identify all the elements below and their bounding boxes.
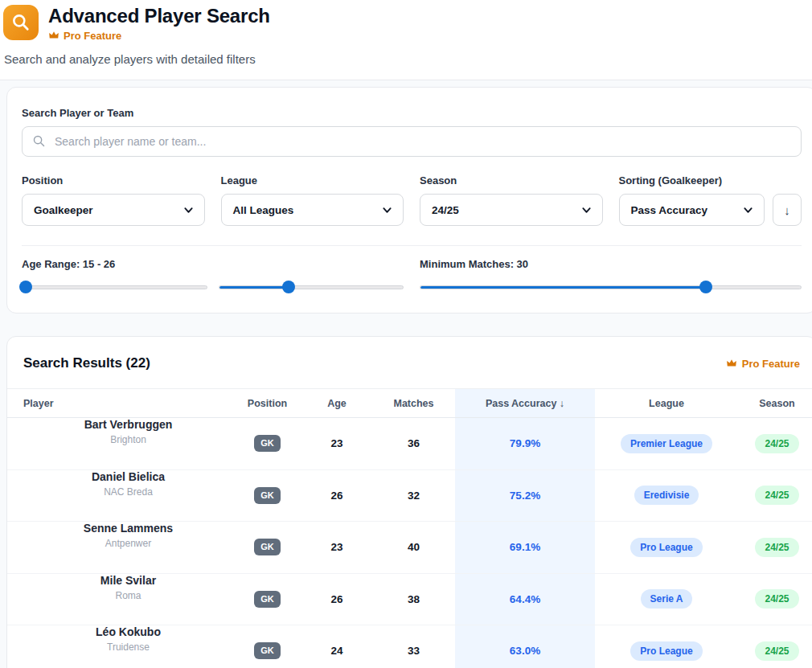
player-team: Roma (115, 590, 141, 601)
player-name: Léo Kokubo (96, 625, 161, 638)
pass-accuracy-value: 64.4% (510, 593, 540, 605)
table-row[interactable]: Senne Lammens Antpenwer GK 23 40 69.1% P… (7, 522, 812, 574)
season-badge: 24/25 (755, 434, 798, 453)
age-value: 23 (330, 437, 342, 449)
league-badge: Serie A (641, 589, 693, 609)
position-badge: GK (254, 591, 281, 608)
season-badge: 24/25 (755, 589, 798, 609)
player-name: Bart Verbruggen (84, 418, 173, 431)
sort-direction-button[interactable]: ↓ (773, 194, 802, 226)
age-max-slider-thumb[interactable] (282, 281, 295, 293)
results-table-header: Player Position Age Matches Pass Accurac… (7, 389, 812, 418)
sorting-select-value: Pass Accuracy (631, 204, 708, 216)
matches-value: 36 (408, 437, 420, 449)
player-name: Senne Lammens (84, 522, 173, 535)
position-label: Position (22, 174, 205, 186)
pro-feature-label: Pro Feature (64, 30, 121, 42)
matches-value: 32 (408, 490, 420, 502)
pass-accuracy-value: 69.1% (510, 541, 540, 553)
chevron-down-icon (743, 205, 753, 215)
age-value: 24 (330, 645, 342, 657)
crown-icon (726, 358, 737, 369)
column-header-pass-accuracy[interactable]: Pass Accuracy ↓ (455, 389, 595, 417)
results-pro-label: Pro Feature (742, 358, 800, 370)
crown-icon (48, 30, 59, 41)
season-badge: 24/25 (755, 641, 798, 661)
filter-card: Search Player or Team Position Goalkeepe… (6, 87, 812, 314)
league-label: League (221, 174, 404, 186)
age-value: 26 (330, 490, 342, 502)
pass-accuracy-value: 63.0% (510, 645, 540, 657)
player-team: Truidense (107, 641, 150, 653)
season-select-value: 24/25 (432, 204, 459, 216)
league-badge: Pro League (630, 538, 702, 557)
search-input[interactable] (22, 126, 802, 157)
pro-feature-badge: Pro Feature (48, 30, 270, 42)
age-max-slider[interactable] (219, 281, 404, 293)
league-select-value: All Leagues (233, 204, 294, 216)
age-value: 26 (330, 593, 342, 605)
player-team: Antpenwer (105, 538, 151, 549)
age-min-slider-thumb[interactable] (19, 281, 32, 293)
page-title: Advanced Player Search (48, 5, 270, 27)
column-header-league: League (595, 389, 738, 417)
matches-value: 38 (408, 593, 420, 605)
column-header-season: Season (738, 389, 812, 417)
chevron-down-icon (581, 205, 592, 215)
age-value: 23 (330, 541, 342, 553)
matches-value: 40 (408, 541, 420, 553)
position-badge: GK (254, 435, 281, 452)
table-row[interactable]: Bart Verbruggen Brighton GK 23 36 79.9% … (7, 418, 812, 470)
search-icon (32, 134, 46, 151)
table-row[interactable]: Daniel Bielica NAC Breda GK 26 32 75.2% … (7, 470, 812, 523)
season-badge: 24/25 (755, 538, 798, 557)
sorting-label: Sorting (Goalkeeper) (619, 174, 802, 186)
position-badge: GK (254, 487, 281, 504)
player-team: Brighton (110, 434, 146, 445)
position-select-value: Goalkeeper (34, 204, 93, 216)
min-matches-slider-thumb[interactable] (699, 281, 712, 293)
season-badge: 24/25 (755, 486, 798, 505)
chevron-down-icon (183, 205, 194, 215)
season-select[interactable]: 24/25 (420, 194, 603, 226)
column-header-player: Player (7, 389, 233, 417)
league-select[interactable]: All Leagues (221, 194, 404, 226)
results-card: Search Results (22) Pro Feature Player P… (6, 336, 812, 668)
page-header: Advanced Player Search Pro Feature Searc… (0, 0, 812, 80)
chevron-down-icon (382, 205, 392, 215)
pass-accuracy-value: 79.9% (510, 437, 540, 449)
column-header-age: Age (301, 389, 372, 417)
column-header-matches: Matches (372, 389, 455, 417)
sorting-select[interactable]: Pass Accuracy (619, 194, 765, 226)
column-header-position: Position (233, 389, 301, 417)
league-badge: Pro League (630, 641, 702, 661)
age-range-label: Age Range: 15 - 26 (22, 258, 404, 270)
results-pro-badge: Pro Feature (726, 358, 800, 370)
position-badge: GK (254, 642, 281, 659)
min-matches-slider-fill (420, 286, 706, 289)
magnifier-icon (10, 12, 31, 33)
position-select[interactable]: Goalkeeper (22, 194, 205, 226)
results-table-body: Bart Verbruggen Brighton GK 23 36 79.9% … (7, 418, 812, 668)
age-max-slider-fill (219, 286, 289, 289)
league-badge: Premier League (621, 434, 712, 453)
league-badge: Eredivisie (634, 486, 699, 505)
season-label: Season (420, 174, 603, 186)
player-name: Daniel Bielica (92, 470, 165, 483)
position-badge: GK (254, 539, 281, 555)
player-name: Mile Svilar (100, 574, 156, 587)
table-row[interactable]: Léo Kokubo Truidense GK 24 33 63.0% Pro … (7, 625, 812, 668)
player-team: NAC Breda (104, 486, 153, 498)
min-matches-slider[interactable] (420, 281, 802, 293)
matches-value: 33 (408, 645, 420, 657)
min-matches-label: Minimum Matches: 30 (420, 258, 802, 270)
table-row[interactable]: Mile Svilar Roma GK 26 38 64.4% Serie A … (7, 574, 812, 626)
app-search-icon (3, 5, 39, 40)
search-label: Search Player or Team (22, 107, 802, 119)
pass-accuracy-value: 75.2% (510, 490, 540, 502)
page-subtitle: Search and analyze players with detailed… (0, 42, 812, 66)
age-min-slider[interactable] (22, 281, 207, 293)
results-title: Search Results (22) (23, 355, 150, 371)
